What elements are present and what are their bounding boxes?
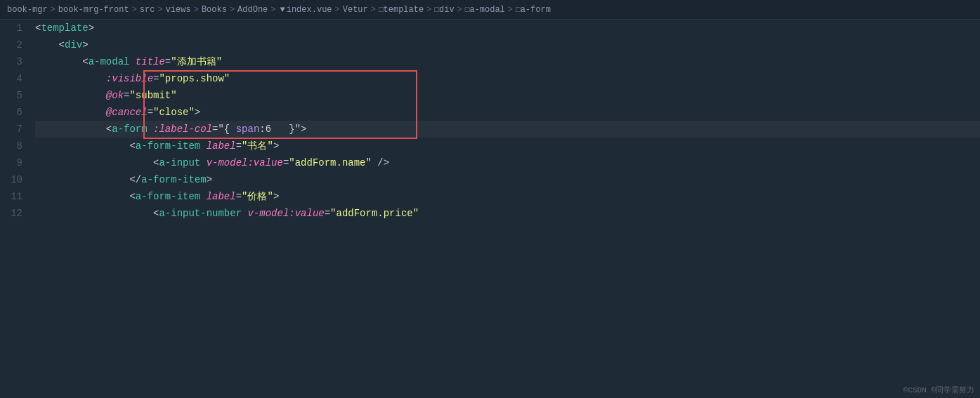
line-num-6: 6: [0, 104, 22, 121]
a-form-component-icon: □: [516, 6, 521, 14]
bc-src[interactable]: src: [140, 5, 155, 15]
code-area[interactable]: <template> <div> <a-modal title="添加书籍" :…: [30, 20, 980, 398]
watermark: ©CSDN ©同学需努力: [903, 385, 974, 395]
bc-addone[interactable]: AddOne: [237, 5, 268, 15]
a-modal-component-icon: □: [465, 6, 470, 14]
code-line-5: @ok="submit": [35, 87, 980, 104]
breadcrumb: book-mgr > book-mrg-front > src > views …: [0, 0, 980, 20]
line-num-5: 5: [0, 87, 22, 104]
template-component-icon: □: [379, 6, 384, 14]
bc-vetur[interactable]: Vetur: [343, 5, 368, 15]
vue-icon: ▼: [280, 5, 285, 15]
line-num-11: 11: [0, 188, 22, 205]
code-line-10: </a-form-item>: [35, 171, 980, 188]
bc-views[interactable]: views: [166, 5, 191, 15]
bc-div[interactable]: div: [439, 5, 455, 15]
code-line-3: <a-modal title="添加书籍": [35, 53, 980, 70]
code-line-11: <a-form-item label="价格">: [35, 188, 980, 205]
line-num-2: 2: [0, 37, 22, 53]
line-numbers: 1 2 3 4 5 6 7 8 9 10 11 12: [0, 20, 30, 398]
editor: 1 2 3 4 5 6 7 8 9 10 11 12 <template> <d…: [0, 20, 980, 398]
line-num-3: 3: [0, 53, 22, 70]
code-line-8: <a-form-item label="书名">: [35, 138, 980, 154]
code-line-9: <a-input v-model:value="addForm.name" />: [35, 154, 980, 171]
line-num-7: 7: [0, 121, 22, 138]
div-component-icon: □: [434, 6, 439, 14]
bc-template[interactable]: template: [384, 5, 424, 15]
line-num-4: 4: [0, 70, 22, 87]
code-line-1: <template>: [35, 20, 980, 37]
code-line-7: <a-form :label-col="{ span:6 }">: [35, 121, 980, 138]
code-line-12: <a-input-number v-model:value="addForm.p…: [35, 205, 980, 222]
bc-book-mgr[interactable]: book-mgr: [7, 5, 48, 15]
code-line-4: :visible="props.show": [35, 70, 980, 87]
bc-books[interactable]: Books: [202, 5, 227, 15]
line-num-8: 8: [0, 138, 22, 154]
line-num-1: 1: [0, 20, 22, 37]
line-num-12: 12: [0, 205, 22, 222]
bc-a-form[interactable]: a-form: [521, 5, 551, 15]
code-line-2: <div>: [35, 37, 980, 53]
line-num-10: 10: [0, 171, 22, 188]
code-line-6: @cancel="close">: [35, 104, 980, 121]
bc-index-vue[interactable]: index.vue: [287, 5, 332, 15]
bc-a-modal[interactable]: a-modal: [469, 5, 504, 15]
line-num-9: 9: [0, 154, 22, 171]
bc-book-mrg-front[interactable]: book-mrg-front: [58, 5, 129, 15]
